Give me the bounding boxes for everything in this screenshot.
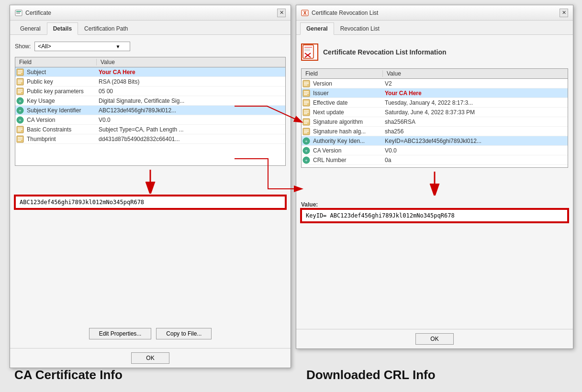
issuer-icon [302, 89, 311, 98]
next-update-icon [302, 108, 311, 117]
svg-rect-29 [18, 140, 21, 141]
crl-table-row[interactable]: VersionV2 [302, 79, 568, 88]
crl-table-row[interactable]: +CA VersionV0.0 [302, 146, 568, 155]
cert-row-field: Public key parameters [25, 87, 97, 95]
svg-text:+: + [305, 158, 307, 163]
tab-general[interactable]: General [14, 22, 47, 34]
crl-table-row[interactable]: Signature algorithmsha256RSA [302, 117, 568, 127]
cert-table-row[interactable]: +CA VersionV0.0 [15, 115, 285, 125]
cert-close-button[interactable]: ✕ [277, 9, 286, 17]
crl-table-row[interactable]: Effective dateTuesday, January 4, 2022 8… [302, 98, 568, 108]
svg-rect-50 [304, 102, 309, 103]
crl-table-header: Field Value [302, 69, 568, 79]
cert-table-row[interactable]: +Subject Key IdentifierABC123def456ghi78… [15, 106, 285, 115]
crl-ok-button[interactable]: OK [415, 333, 454, 345]
tab-crl-general[interactable]: General [300, 22, 334, 35]
crl-dialog-title: Certificate Revocation List [312, 10, 378, 16]
svg-rect-49 [304, 101, 309, 102]
cert-row-field: Key Usage [25, 97, 97, 105]
cert-dialog-body: Show: <All> ▼ Field Value SubjectYour CA… [10, 35, 291, 348]
down-arrow-crl-svg [420, 172, 449, 196]
col-value-header: Value [97, 59, 285, 65]
cert-table-header: Field Value [15, 57, 285, 67]
cert-table-row[interactable]: Public key parameters05 00 [15, 87, 285, 96]
svg-rect-59 [304, 123, 307, 124]
crl-row-value: KeyID=ABC123def456ghi789Jkl012... [383, 137, 568, 145]
crl-row-field: CA Version [311, 147, 383, 154]
cert-table: Field Value SubjectYour CA HerePublic ke… [15, 57, 286, 166]
svg-rect-14 [18, 91, 22, 92]
svg-rect-1 [16, 11, 21, 12]
cert-row-field: Basic Constraints [25, 126, 97, 133]
svg-rect-58 [304, 121, 309, 122]
crl-row-field: Signature hash alg... [311, 128, 383, 135]
svg-text:+: + [19, 99, 21, 104]
tab-revocation-list[interactable]: Revocation List [334, 22, 386, 34]
down-arrow-cert [15, 170, 286, 194]
cert-ok-button[interactable]: OK [131, 352, 169, 364]
cert-row-value: RSA (2048 Bits) [97, 78, 285, 86]
crl-footer: OK [296, 329, 573, 348]
crl-tabs: General Revocation List [296, 21, 573, 35]
svg-text:+: + [19, 109, 21, 113]
sig-alg-icon [302, 118, 311, 126]
crl-info-header: Certificate Revocation List Information [301, 40, 568, 65]
cert-table-row[interactable]: SubjectYour CA Here [15, 67, 285, 77]
auth-key-icon: + [302, 137, 311, 145]
cert-row-value: 05 00 [97, 87, 285, 95]
svg-rect-11 [18, 83, 21, 84]
crl-row-value: 0a [383, 156, 568, 164]
svg-rect-45 [304, 91, 309, 92]
crl-info-title: Certificate Revocation List Information [323, 48, 446, 56]
tab-details[interactable]: Details [47, 22, 78, 35]
crl-table-row[interactable]: Signature hash alg...sha256 [302, 127, 568, 136]
svg-rect-57 [304, 120, 309, 121]
crl-row-field: Signature algorithm [311, 118, 383, 126]
cert-table-row[interactable]: Thumbprintdd431d87b5490d2832c66401... [15, 134, 285, 144]
crl-row-field: Effective date [311, 99, 383, 107]
copy-to-file-button[interactable]: Copy to File... [156, 328, 212, 339]
cert-row-field: Thumbprint [25, 135, 97, 143]
cert-row-value: dd431d87b5490d2832c66401... [97, 135, 285, 143]
edit-properties-button[interactable]: Edit Properties... [89, 328, 152, 339]
crl-close-button[interactable]: ✕ [560, 9, 568, 17]
crl-number-icon: + [302, 156, 311, 164]
crl-icon [301, 44, 318, 61]
crl-table-row[interactable]: IssuerYour CA Here [302, 88, 568, 98]
cert-table-row[interactable]: Public keyRSA (2048 Bits) [15, 77, 285, 87]
cert-table-row[interactable]: +Key UsageDigital Signature, Certificate… [15, 96, 285, 106]
crl-dialog-body: Certificate Revocation List Information … [296, 35, 573, 329]
show-dropdown[interactable]: <All> ▼ [34, 42, 130, 51]
svg-rect-61 [304, 130, 309, 131]
svg-rect-63 [304, 132, 307, 133]
crl-table: Field Value VersionV2IssuerYour CA HereE… [301, 68, 568, 168]
cert-value-box: ABC123def456ghi789Jkl012mNo345pqR678 [15, 196, 286, 209]
crl-table-row[interactable]: +CRL Number0a [302, 155, 568, 165]
svg-rect-2 [16, 12, 20, 13]
crl-row-value: V0.0 [383, 147, 568, 154]
down-arrow-crl [301, 172, 568, 196]
crl-table-row[interactable]: Next updateSaturday, June 4, 2022 8:37:3… [302, 108, 568, 117]
crl-row-value: sha256RSA [383, 118, 568, 126]
tab-certification-path[interactable]: Certification Path [78, 22, 134, 34]
crl-row-value: sha256 [383, 128, 568, 135]
svg-text:+: + [305, 149, 307, 153]
crl-col-field-header: Field [302, 70, 383, 77]
svg-rect-42 [304, 83, 309, 84]
svg-rect-28 [18, 139, 22, 140]
svg-rect-25 [18, 131, 21, 131]
cert-footer: OK [10, 348, 291, 368]
svg-rect-43 [304, 85, 307, 86]
cert-row-field: Subject Key Identifier [25, 107, 97, 114]
crl-row-field: Authority Key Iden... [311, 137, 383, 145]
crl-title-icon: X [301, 9, 309, 17]
svg-rect-41 [304, 82, 309, 83]
cert-table-row[interactable]: Basic ConstraintsSubject Type=CA, Path L… [15, 125, 285, 134]
svg-rect-13 [18, 89, 22, 90]
crl-table-row[interactable]: +Authority Key Iden...KeyID=ABC123def456… [302, 136, 568, 146]
cert-field-icon [15, 87, 25, 96]
svg-rect-6 [18, 72, 22, 73]
cert-titlebar: Certificate ✕ [10, 5, 291, 21]
crl-row-field: Version [311, 80, 383, 87]
svg-rect-5 [18, 70, 22, 71]
